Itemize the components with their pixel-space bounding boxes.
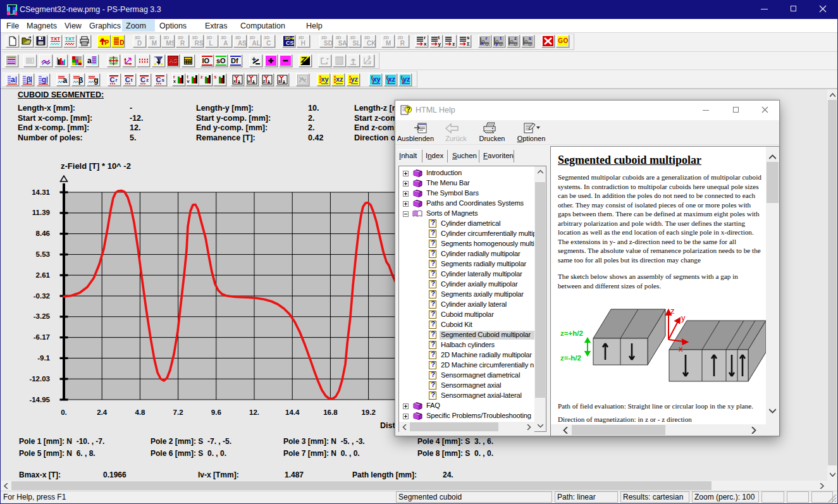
svg-text:y: y — [681, 313, 686, 323]
svg-text:z=+h/2: z=+h/2 — [560, 329, 583, 337]
svg-text:x: x — [679, 344, 683, 353]
svg-text:z: z — [670, 306, 675, 316]
svg-text:z=-h/2: z=-h/2 — [560, 354, 581, 362]
